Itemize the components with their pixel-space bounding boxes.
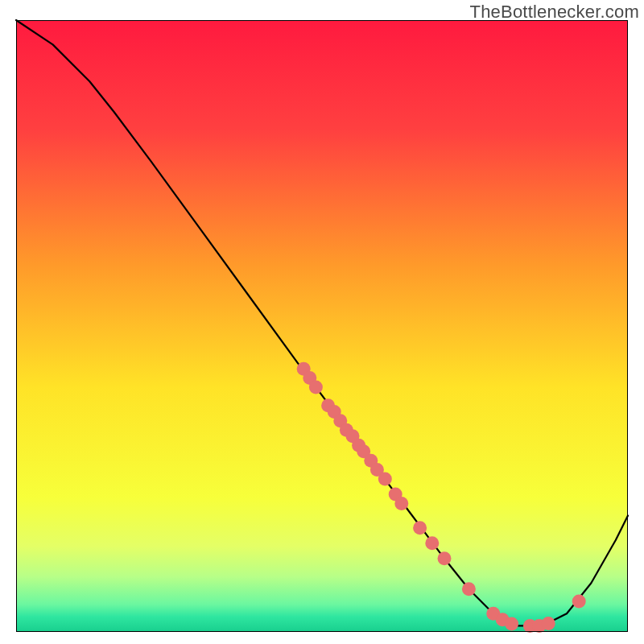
data-point — [394, 497, 408, 510]
data-point — [309, 381, 323, 394]
chart-container: TheBottlenecker.com — [0, 0, 644, 644]
data-point — [378, 473, 392, 486]
data-point — [438, 551, 452, 565]
bottleneck-curve-plot — [0, 0, 644, 644]
data-point — [413, 521, 427, 535]
data-point — [572, 595, 586, 609]
data-point — [542, 617, 555, 630]
data-point — [505, 617, 518, 631]
gradient-background — [16, 20, 628, 632]
data-point — [425, 536, 439, 550]
data-point — [462, 582, 476, 596]
